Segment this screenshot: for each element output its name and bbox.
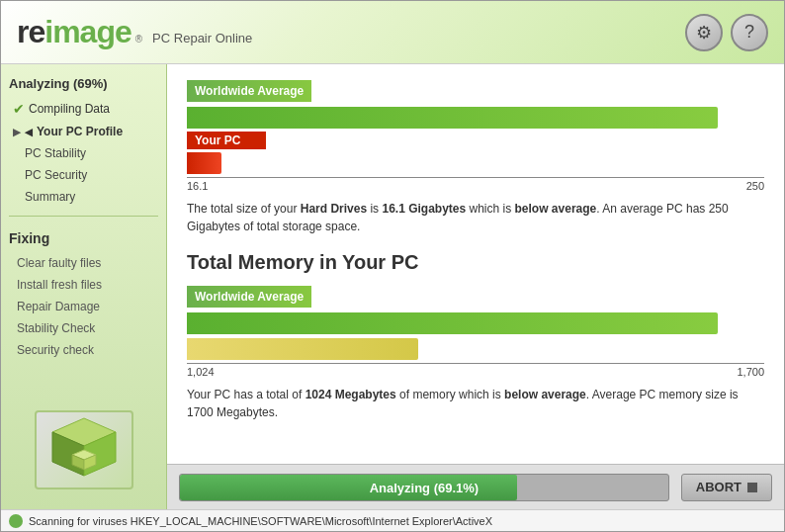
sidebar-item-your-pc-profile[interactable]: ▶ ◀ Your PC Profile (9, 123, 158, 140)
sidebar-fix-security-check[interactable]: Security check (9, 341, 158, 359)
sidebar-item-compiling-data[interactable]: ✔ Compiling Data (9, 99, 158, 119)
sidebar-fix-repair-damage[interactable]: Repair Damage (9, 298, 158, 315)
memory-yourpc-bar (187, 338, 418, 360)
axis-row: 16.1 250 (187, 177, 764, 192)
header-icons: ⚙ ? (685, 14, 768, 51)
memory-yourpc-bar-outer (187, 338, 764, 360)
main-content: Worldwide Average Your PC (167, 64, 784, 509)
sidebar-cube-image (35, 410, 133, 489)
settings-icon: ⚙ (696, 22, 712, 44)
worldwide-bar (187, 107, 718, 129)
abort-label: ABORT (696, 480, 741, 494)
sidebar-item-label: Compiling Data (29, 102, 110, 116)
sidebar-item-label: Your PC Profile (37, 125, 123, 138)
body: Analyzing (69%) ✔ Compiling Data ▶ ◀ You… (1, 64, 784, 509)
logo-reg: ® (135, 34, 142, 44)
memory-bar-wrapper: Worldwide Average (187, 286, 764, 378)
memory-axis-min: 1,024 (187, 366, 215, 378)
help-button[interactable]: ? (731, 14, 768, 51)
hard-drives-description: The total size of your Hard Drives is 16… (187, 200, 764, 235)
memory-axis-row: 1,024 1,700 (187, 363, 764, 378)
logo-area: reimage ® PC Repair Online (17, 14, 252, 50)
total-memory-section: Total Memory in Your PC Worldwide Averag… (187, 251, 764, 421)
status-icon (9, 514, 23, 528)
settings-button[interactable]: ⚙ (685, 14, 723, 51)
abort-button[interactable]: ABORT (681, 474, 772, 501)
worldwide-bar-wrapper: Worldwide Average Your PC (187, 80, 764, 192)
fixing-title: Fixing (9, 230, 158, 246)
sidebar-fix-install-files[interactable]: Install fresh files (9, 276, 158, 294)
sidebar-item-summary[interactable]: Summary (9, 188, 158, 206)
main-window: reimage ® PC Repair Online ⚙ ? Analyzing… (0, 0, 785, 532)
yourpc-row: Your PC (187, 132, 764, 149)
memory-worldwide-bar-outer (187, 312, 764, 334)
hard-drives-section: Worldwide Average Your PC (187, 80, 764, 235)
analyzing-title: Analyzing (69%) (9, 76, 158, 91)
worldwide-row: Worldwide Average (187, 80, 764, 104)
secondary-arrow-icon: ◀ (25, 127, 33, 137)
bars-container: Worldwide Average Your PC (187, 80, 764, 192)
arrow-icon: ▶ (13, 127, 21, 137)
logo-image: image (44, 14, 131, 49)
memory-description: Your PC has a total of 1024 Megabytes of… (187, 386, 764, 421)
bottom-bar: Analyzing (69.1%) ABORT (167, 464, 784, 509)
total-memory-title: Total Memory in Your PC (187, 251, 764, 274)
status-text: Scanning for viruses HKEY_LOCAL_MACHINE\… (29, 515, 492, 527)
sidebar-bottom-image (9, 363, 158, 499)
header: reimage ® PC Repair Online ⚙ ? (1, 1, 784, 64)
axis-max: 250 (746, 180, 764, 192)
status-bar: Scanning for viruses HKEY_LOCAL_MACHINE\… (1, 509, 784, 531)
yourpc-bar (187, 152, 221, 174)
worldwide-bar-outer (187, 107, 764, 129)
axis-min: 16.1 (187, 180, 208, 192)
progress-container: Analyzing (69.1%) (179, 474, 669, 501)
memory-worldwide-bar (187, 312, 718, 334)
check-icon: ✔ (13, 101, 25, 117)
content-scroll[interactable]: Worldwide Average Your PC (167, 64, 784, 464)
yourpc-bar-outer (187, 152, 764, 174)
sidebar-item-pc-security[interactable]: PC Security (9, 166, 158, 184)
sidebar-divider (9, 216, 158, 217)
sidebar-fix-stability-check[interactable]: Stability Check (9, 319, 158, 337)
sidebar-fix-clear-files[interactable]: Clear faulty files (9, 254, 158, 272)
sidebar-item-pc-stability[interactable]: PC Stability (9, 144, 158, 162)
sidebar: Analyzing (69%) ✔ Compiling Data ▶ ◀ You… (1, 64, 167, 509)
logo-text: reimage (17, 14, 131, 50)
logo-subtitle: PC Repair Online (152, 31, 252, 45)
abort-square-icon (747, 483, 757, 492)
progress-label: Analyzing (69.1%) (370, 480, 480, 494)
memory-worldwide-label: Worldwide Average (187, 286, 311, 308)
logo-re: re (17, 14, 44, 49)
memory-worldwide-row: Worldwide Average (187, 286, 764, 310)
memory-bars-container: Worldwide Average (187, 286, 764, 378)
yourpc-label: Your PC (187, 132, 266, 149)
memory-axis-max: 1,700 (737, 366, 764, 378)
cube-svg (44, 414, 124, 486)
help-icon: ? (744, 22, 754, 43)
worldwide-label: Worldwide Average (187, 80, 311, 102)
